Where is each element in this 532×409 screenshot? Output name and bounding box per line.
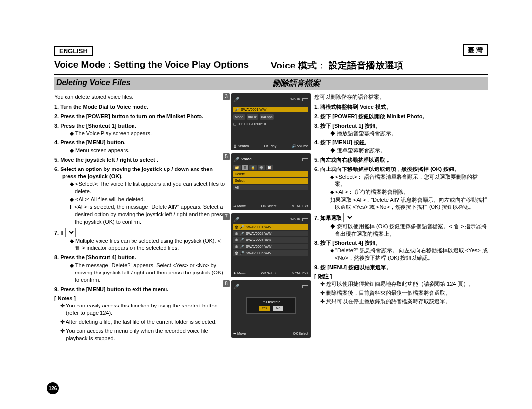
tab-copy-icon: 📋	[266, 165, 273, 170]
note-item: After deleting a file, the last file of …	[60, 318, 228, 326]
mic-icon: 🎤	[233, 156, 239, 163]
screen-3: 3 🎤1/6 IN 🎤SWAV0001.WAV Mono 8KHz 64Kbps…	[231, 93, 311, 150]
step-item: 6. 向上或向下移動搖桿以選取選項，然後按搖桿 (OK) 按鈕。◆ <Selec…	[314, 166, 488, 211]
steps-english: 1. Turn the Mode Dial to Voice mode.2. P…	[54, 103, 228, 293]
step-item: 8. Press the [Shortcut 4] button.◆ The m…	[54, 254, 228, 283]
file-row: 🗑🎤SWAV0002.WAV	[233, 231, 308, 236]
step-sub: ◆ 您可以使用搖桿 (OK) 按鈕選擇多個語音檔案。< 🗑 > 指示器將會出現在…	[322, 223, 488, 238]
step-badge-3: 3	[223, 93, 230, 100]
foot-move-8: ⬌ Move	[233, 331, 246, 336]
foot-select-8: OK Select	[293, 331, 308, 336]
file-row: 🗑🎤SWAV0005.WAV	[233, 250, 308, 256]
mic-icon: 🎤	[233, 283, 239, 290]
step-item: 5. 向左或向右移動搖桿以選取 。	[314, 156, 488, 164]
tab-repeat-icon: 🔘	[258, 165, 265, 170]
foot-search: 🗑 Search	[233, 144, 249, 148]
yes-button[interactable]: Yes	[259, 306, 270, 310]
step-item: 5. Move the joystick left / right to sel…	[54, 156, 228, 164]
step-sub: ◆ The Voice Play screen appears.	[62, 130, 228, 137]
chip-mono: Mono	[233, 114, 245, 120]
no-button[interactable]: No	[273, 306, 283, 310]
note-item: You can easily access this function by u…	[60, 302, 228, 317]
file-row: 🗑🎤SWAV0004.WAV	[233, 244, 308, 249]
screen-5: 5 🎤Voice 📁 🗑 🔒 🔘 📋 Delete Select All ⬌ M…	[231, 153, 311, 210]
step-item: 2. Press the [POWER] button to turn on t…	[54, 113, 228, 120]
step-badge-8: 8	[223, 280, 230, 287]
menu-select: Select	[233, 178, 308, 183]
dialog-title: ⚠ Delete?	[250, 300, 292, 305]
step-item: 8. 按下 [Shortcut 4] 按鈕。◆ "Delete?" 訊息將會顯示…	[314, 239, 488, 262]
delete-dialog: ⚠ Delete? Yes No	[246, 297, 296, 314]
foot-exit-7: MENU Exit	[292, 271, 308, 275]
counter-3: 1/6 IN	[290, 97, 300, 102]
steps-chinese: 1. 將模式轉盤轉到 Voice 模式。2. 按下 [POWER] 按鈕以開啟 …	[314, 103, 488, 271]
step-sub: ◆ "Delete?" 訊息將會顯示。 向左或向右移動搖桿以選取 <Yes> 或…	[322, 247, 488, 262]
note-item: 您只可以在停止播放錄製的語音檔案時存取該選單。	[320, 298, 488, 305]
step-item: 3. 按下 [Shortcut 1] 按鈕。◆ 播放語音螢幕將會顯示。	[314, 122, 488, 137]
step-sub: ◆ <All>: All files will be deleted.	[62, 196, 228, 203]
step-badge-7: 7	[223, 213, 230, 220]
lang-english: ENGLISH	[54, 46, 93, 56]
step-sub: ◆ <Select>: The voice file list appears …	[62, 180, 228, 195]
intro-zh: 您可以刪除儲存的語音檔案。	[314, 93, 488, 101]
notes-chinese: 您可以使用捷徑按鈕簡易地存取此功能（請參閱第 124 頁）。刪除檔案後，目前資料…	[314, 280, 488, 306]
menu-all: All	[233, 185, 308, 190]
notes-english: You can easily access this function by u…	[54, 302, 228, 341]
note-item: 刪除檔案後，目前資料夾的最後一個檔案將會選取。	[320, 289, 488, 297]
battery-icon	[302, 285, 308, 288]
step-sub: 如果選取 <All>，"Delete All?"訊息將會顯示。向左或向右移動搖桿…	[322, 196, 488, 211]
english-column: You can delete stored voice files. 1. Tu…	[54, 93, 231, 343]
tab-folder-icon: 📁	[233, 165, 241, 170]
foot-select-7: OK Select	[261, 271, 277, 275]
foot-move-5: ⬌ Move	[233, 204, 246, 208]
step-item: 9. Press the [MENU] button to exit the m…	[54, 286, 228, 293]
step-item: 7. 如果選取 以及螢幕上出現播放清單，向上或向下移動搖桿以選取檔案，然後按下搖…	[314, 213, 488, 238]
intro-en: You can delete stored voice files.	[54, 93, 228, 101]
step-sub: ◆ 選單螢幕將會顯示。	[322, 147, 488, 154]
file-row: 🗑🎤SWAV0003.WAV	[233, 237, 308, 242]
battery-icon	[302, 218, 308, 221]
screen-7: 7 🎤1/6 IN 🗑🎤SWAV0001.WAV🗑🎤SWAV0002.WAV🗑🎤…	[231, 213, 311, 277]
page-number: 126	[47, 382, 59, 394]
notes-heading-en: [ Notes ]	[54, 295, 228, 302]
step-item: 1. 將模式轉盤轉到 Voice 模式。	[314, 103, 488, 111]
screen-8: 8 🎤 ⚠ Delete? Yes No ⬌ Move OK Select	[231, 280, 311, 338]
step-item: 7. If was selected and playlist appears,…	[54, 228, 228, 252]
mic-icon: 🎤	[233, 216, 239, 223]
foot-select-5: OK Select	[261, 204, 277, 208]
step-sub: ◆ 播放語音螢幕將會顯示。	[322, 130, 488, 137]
screenshots-column: 3 🎤1/6 IN 🎤SWAV0001.WAV Mono 8KHz 64Kbps…	[231, 93, 311, 343]
foot-exit-5: MENU Exit	[292, 204, 308, 208]
title-chinese: Voice 模式： 設定語音播放選項	[271, 57, 488, 74]
foot-move-7: ⬍ Move	[233, 271, 246, 275]
note-item: 您可以使用捷徑按鈕簡易地存取此功能（請參閱第 124 頁）。	[320, 280, 488, 288]
step-item: 4. Press the [MENU] button.◆ Menu screen…	[54, 139, 228, 154]
step-sub: If <All> is selected, the message "Delet…	[62, 204, 228, 226]
step-sub: ◆ <Select>： 語音檔案清單將會顯示，您可以選取要刪除的檔案。	[322, 173, 488, 188]
mic-icon: 🎤	[233, 96, 239, 103]
step-badge-5: 5	[223, 153, 230, 160]
chip-8khz: 8KHz	[247, 114, 258, 120]
chinese-column: 您可以刪除儲存的語音檔案。 1. 將模式轉盤轉到 Voice 模式。2. 按下 …	[311, 93, 488, 343]
step-sub: ◆ <All>： 所有的檔案將會刪除。	[322, 188, 488, 196]
step-sub: ◆ Menu screen appears.	[62, 147, 228, 154]
battery-icon	[302, 158, 308, 161]
time-3: 00:00:00/00:00:10	[238, 122, 266, 126]
menu-delete: Delete	[233, 171, 308, 177]
voice-label: Voice	[241, 157, 252, 162]
subtitle-english: Deleting Voice Files	[54, 77, 271, 90]
title-english: Voice Mode : Setting the Voice Play Opti…	[54, 57, 271, 74]
foot-play: OK Play	[264, 144, 277, 148]
step-item: 4. 按下 [MENU] 按鈕。◆ 選單螢幕將會顯示。	[314, 139, 488, 154]
file-name-3: SWAV0001.WAV	[241, 107, 267, 112]
step-item: 6. Select an option by moving the joysti…	[54, 166, 228, 226]
tab-lock-icon: 🔒	[249, 165, 257, 170]
step-sub: ◆ Multiple voice files can be selected u…	[62, 238, 228, 252]
file-row: 🗑🎤SWAV0001.WAV	[233, 224, 308, 230]
step-item: 1. Turn the Mode Dial to Voice mode.	[54, 103, 228, 111]
note-item: You can access the menu only when the re…	[60, 327, 228, 342]
chip-64kbps: 64Kbps	[260, 114, 274, 120]
battery-icon	[302, 98, 308, 101]
step-item: 2. 按下 [POWER] 按鈕以開啟 Miniket Photo。	[314, 113, 488, 120]
tab-delete-icon: 🗑	[242, 165, 248, 170]
